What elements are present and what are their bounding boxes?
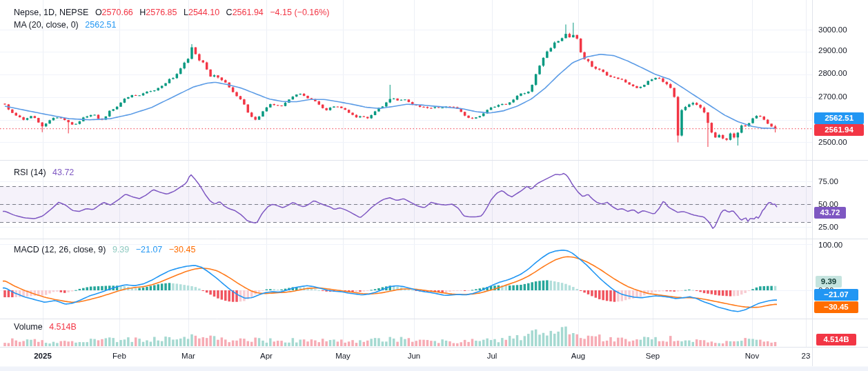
price-tick: 2700.00 xyxy=(818,91,847,102)
time-label: Sep xyxy=(646,352,660,360)
rsi-tick: 75.00 xyxy=(818,176,838,187)
macd-hist-badge: 9.39 xyxy=(816,276,842,288)
macd-title[interactable]: MACD (12, 26, close, 9) xyxy=(14,245,106,254)
time-label: Mar xyxy=(181,352,195,360)
volume-value: 4.514B xyxy=(49,322,77,332)
symbol-title[interactable]: Nepse, 1D, NEPSE xyxy=(14,8,88,17)
price-tick: 2500.00 xyxy=(818,137,847,148)
macd-signal-value: −30.45 xyxy=(169,245,196,254)
price-tick: 2900.00 xyxy=(818,45,847,56)
macd-line-value: −21.07 xyxy=(136,245,163,254)
price-tick: 2800.00 xyxy=(818,68,847,79)
time-label: Nov xyxy=(745,352,759,360)
low-value: 2544.10 xyxy=(188,8,219,17)
rsi-value: 43.72 xyxy=(52,168,74,177)
macd-line-badge: −21.07 xyxy=(814,289,858,301)
rsi-tick: 25.00 xyxy=(818,221,838,232)
volume-badge: 4.514B xyxy=(816,334,856,345)
time-label: Jul xyxy=(487,352,497,360)
macd-legend[interactable]: MACD (12, 26, close, 9) 9.39 −21.07 −30.… xyxy=(14,244,195,255)
ma-value: 2562.51 xyxy=(85,20,116,30)
time-label: Feb xyxy=(112,352,126,360)
time-label: Aug xyxy=(571,352,585,360)
close-value: 2561.94 xyxy=(233,8,264,17)
low-label: L xyxy=(184,8,188,17)
high-value: 2576.85 xyxy=(146,8,177,17)
last-price-badge: 2561.94 xyxy=(814,124,864,136)
open-value: 2570.66 xyxy=(102,8,133,17)
ma-price-badge: 2562.51 xyxy=(814,112,864,124)
symbol-legend[interactable]: Nepse, 1D, NEPSE O2570.66 H2576.85 L2544… xyxy=(14,7,329,18)
time-label-year: 2025 xyxy=(34,352,52,360)
ma-label[interactable]: MA (20, close, 0) xyxy=(14,20,79,30)
volume-legend[interactable]: Volume 4.514B xyxy=(14,321,77,332)
ma-legend[interactable]: MA (20, close, 0) 2562.51 xyxy=(14,19,116,30)
trading-chart-widget: Nepse, 1D, NEPSE O2570.66 H2576.85 L2544… xyxy=(0,0,868,371)
open-label: O xyxy=(95,8,102,17)
volume-title[interactable]: Volume xyxy=(14,322,43,332)
chart-canvas[interactable] xyxy=(0,0,868,371)
macd-tick: 100.00 xyxy=(818,239,842,250)
macd-signal-badge: −30.45 xyxy=(814,301,858,313)
high-label: H xyxy=(139,8,146,17)
change-value: −4.15 (−0.16%) xyxy=(270,8,329,17)
close-label: C xyxy=(226,8,233,17)
time-label: May xyxy=(335,352,351,360)
time-label: Apr xyxy=(260,352,273,360)
rsi-title[interactable]: RSI (14) xyxy=(14,168,46,177)
rsi-legend[interactable]: RSI (14) 43.72 xyxy=(14,167,74,178)
time-label: Jun xyxy=(408,352,421,360)
macd-hist-value: 9.39 xyxy=(112,245,129,254)
time-label: 23 xyxy=(802,352,811,360)
rsi-badge: 43.72 xyxy=(814,207,846,219)
price-tick: 3000.00 xyxy=(818,24,847,35)
